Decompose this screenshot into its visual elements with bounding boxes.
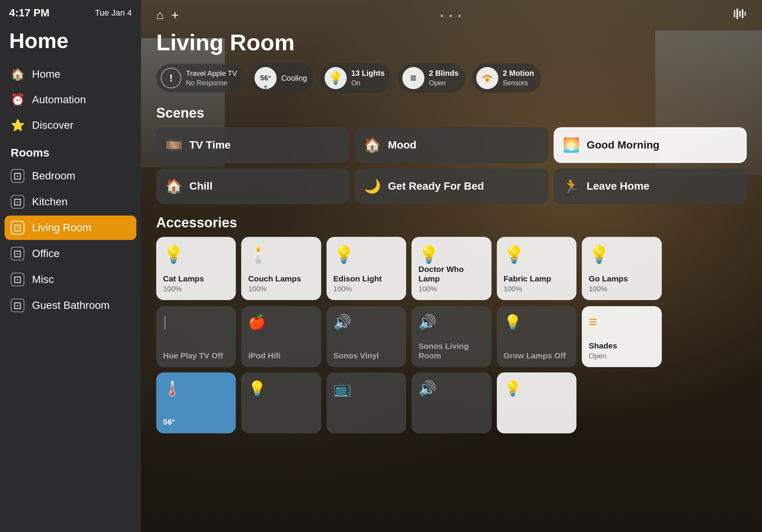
living-room-icon: ⊡ <box>11 221 24 235</box>
grow-lamps-icon: 💡 <box>504 314 522 330</box>
add-button[interactable]: + <box>171 8 179 22</box>
svg-rect-4 <box>744 11 746 16</box>
sidebar-item-home-label: Home <box>32 68 61 80</box>
warning-icon: ! <box>170 72 173 84</box>
shades-label: Shades <box>589 341 655 350</box>
tv-status-text: Travel Apple TV No Response <box>186 69 237 88</box>
doctor-who-lamp-status: 100% <box>418 285 484 293</box>
tv-status-pill[interactable]: ! Travel Apple TV No Response <box>156 64 244 92</box>
scene-good-morning-label: Good Morning <box>587 139 660 151</box>
scene-leave-home[interactable]: 🏃 Leave Home <box>554 168 747 204</box>
couch-lamps-icon: 🕯️ <box>248 245 269 264</box>
sidebar-item-discover-label: Discover <box>32 119 74 131</box>
rooms-nav: ⊡ Bedroom ⊡ Kitchen ⊡ Living Room ⊡ Offi… <box>0 164 141 318</box>
doctor-who-lamp-icon: 💡 <box>418 245 439 264</box>
sidebar-item-misc-label: Misc <box>32 273 54 286</box>
ipod-hifi-label: iPod Hifi <box>248 351 314 360</box>
get-ready-for-bed-icon: 🌙 <box>364 178 381 194</box>
sidebar-item-office[interactable]: ⊡ Office <box>5 241 136 266</box>
siri-icon <box>733 7 747 21</box>
accessory-hue-play-tv[interactable]: | Hue Play TV Off <box>156 306 236 367</box>
edison-light-icon: 💡 <box>333 245 354 264</box>
accessory-unknown-4[interactable]: 🔊 <box>411 372 491 433</box>
accessory-grow-lamps[interactable]: 💡 Grow Lamps Off <box>497 306 576 367</box>
temp-down-icon: ▼ <box>262 83 269 91</box>
scene-get-ready-for-bed[interactable]: 🌙 Get Ready For Bed <box>355 168 548 204</box>
temp-value: 56° <box>260 74 271 82</box>
accessory-unknown-5[interactable]: 💡 <box>497 372 576 433</box>
scene-chill-label: Chill <box>189 180 213 192</box>
sidebar-item-bedroom[interactable]: ⊡ Bedroom <box>5 164 136 188</box>
siri-button[interactable] <box>733 7 747 23</box>
fabric-lamp-label: Fabric Lamp <box>504 274 570 283</box>
grow-lamps-label: Grow Lamps Off <box>504 351 570 360</box>
accessory-unknown-2[interactable]: 💡 <box>241 372 321 433</box>
sidebar-item-misc[interactable]: ⊡ Misc <box>5 267 136 292</box>
svg-rect-0 <box>734 10 735 18</box>
tv-time-icon: 🎞️ <box>165 137 182 153</box>
office-icon: ⊡ <box>11 247 24 260</box>
cat-lamps-status: 100% <box>163 285 229 293</box>
home-button[interactable]: ⌂ <box>156 8 163 22</box>
accessory-shades[interactable]: ≡ Shades Open <box>582 306 661 367</box>
discover-icon: ⭐ <box>11 118 24 132</box>
sidebar-nav: 🏠 Home ⏰ Automation ⭐ Discover <box>0 62 141 137</box>
blinds-text: 2 Blinds Open <box>429 68 459 88</box>
accessory-apple-tv[interactable]: 📺 <box>327 372 406 433</box>
shades-status: Open <box>589 352 655 360</box>
scene-chill[interactable]: 🏠 Chill <box>156 168 349 204</box>
blinds-icon: ≡ <box>410 72 416 84</box>
sidebar-item-discover[interactable]: ⭐ Discover <box>5 113 136 137</box>
fabric-lamp-status: 100% <box>504 285 570 293</box>
sidebar-item-guest-bathroom[interactable]: ⊡ Guest Bathroom <box>5 293 136 318</box>
accessory-doctor-who-lamp[interactable]: 💡 Doctor Who Lamp 100% <box>411 237 491 300</box>
temperature-pill[interactable]: 56° ▼ Cooling <box>250 63 314 93</box>
blinds-pill[interactable]: ≡ 2 Blinds Open <box>398 63 466 93</box>
accessory-couch-lamps[interactable]: 🕯️ Couch Lamps 100% <box>241 237 321 300</box>
accessory-sonos-living-room[interactable]: 🔊 Sonos Living Room <box>411 306 491 367</box>
unknown5-icon: 💡 <box>504 380 522 396</box>
accessory-cat-lamps[interactable]: 💡 Cat Lamps 100% <box>156 237 236 300</box>
automation-icon: ⏰ <box>11 93 24 106</box>
accessory-ipod-hifi[interactable]: 🍎 iPod Hifi <box>241 306 321 367</box>
cooling-label: Cooling <box>281 74 307 83</box>
sonos-living-room-label: Sonos Living Room <box>418 341 484 360</box>
accessories-row-2: | Hue Play TV Off 🍎 iPod Hifi 🔊 <box>156 306 747 367</box>
sidebar-item-home[interactable]: 🏠 Home <box>5 62 136 86</box>
more-options-button[interactable]: • • • <box>440 11 463 21</box>
lights-text: 13 Lights On <box>351 68 385 88</box>
accessory-go-lamps[interactable]: 💡 Go Lamps 100% <box>582 237 661 300</box>
motion-text: 2 Motion Sensors <box>503 68 534 88</box>
scene-mood[interactable]: 🏠 Mood <box>355 127 548 163</box>
lights-pill[interactable]: 💡 13 Lights On <box>320 63 392 93</box>
svg-point-5 <box>485 78 489 82</box>
accessory-sonos-vinyl[interactable]: 🔊 Sonos Vinyl <box>327 306 406 367</box>
edison-light-status: 100% <box>333 285 399 293</box>
scenes-title: Scenes <box>156 105 747 121</box>
unknown2-icon: 💡 <box>248 380 266 396</box>
accessories-row-1: 💡 Cat Lamps 100% 🕯️ Couch Lamps 100% <box>156 237 747 300</box>
top-bar: ⌂ + • • • <box>156 0 747 26</box>
sidebar-item-living-room[interactable]: ⊡ Living Room <box>5 216 136 240</box>
scene-get-ready-for-bed-label: Get Ready For Bed <box>388 180 484 192</box>
accessory-edison-light[interactable]: 💡 Edison Light 100% <box>327 237 406 300</box>
sidebar-item-kitchen[interactable]: ⊡ Kitchen <box>5 190 136 214</box>
fabric-lamp-icon: 💡 <box>504 245 525 264</box>
scene-tv-time[interactable]: 🎞️ TV Time <box>156 127 349 163</box>
doctor-who-lamp-label: Doctor Who Lamp <box>418 264 484 283</box>
sidebar-item-automation[interactable]: ⏰ Automation <box>5 88 136 112</box>
accessory-fabric-lamp[interactable]: 💡 Fabric Lamp 100% <box>497 237 576 300</box>
scene-good-morning[interactable]: 🌅 Good Morning <box>554 127 747 163</box>
scene-mood-label: Mood <box>388 139 416 151</box>
mood-icon: 🏠 <box>364 137 381 153</box>
scene-leave-home-label: Leave Home <box>587 180 650 192</box>
sonos-vinyl-icon: 🔊 <box>333 314 351 330</box>
motion-pill[interactable]: 2 Motion Sensors <box>472 63 541 93</box>
main-content: ⌂ + • • • Living Room ! <box>141 0 762 532</box>
accessory-temp-control[interactable]: 🌡️ 56° <box>156 372 236 433</box>
go-lamps-status: 100% <box>589 285 655 293</box>
hue-play-tv-icon: | <box>163 314 167 330</box>
rooms-section-title: Rooms <box>0 137 141 164</box>
go-lamps-icon: 💡 <box>589 245 610 264</box>
sidebar-item-office-label: Office <box>32 248 60 260</box>
